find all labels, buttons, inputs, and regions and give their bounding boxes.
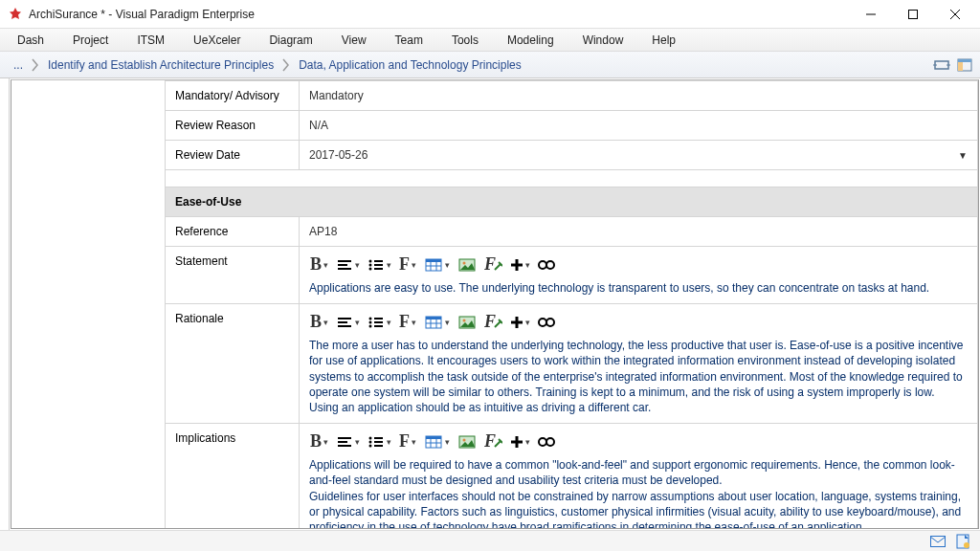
menu-team[interactable]: Team bbox=[384, 32, 434, 49]
row-review-date: Review Date 2017-05-26 ▼ bbox=[166, 141, 978, 170]
breadcrumb-item-2[interactable]: Data, Application and Technology Princip… bbox=[291, 55, 529, 76]
rte-align-button[interactable]: ▾ bbox=[335, 316, 361, 329]
rte-font-button[interactable]: F▾ bbox=[398, 254, 417, 275]
value-reference[interactable]: AP18 bbox=[300, 217, 978, 247]
implications-text-1[interactable]: Applications will be required to have a … bbox=[309, 457, 968, 488]
menu-modeling[interactable]: Modeling bbox=[496, 32, 566, 49]
rte-toolbar-statement: B▾ ▾ ▾ F▾ ▾ F ▾ bbox=[309, 254, 968, 275]
svg-point-55 bbox=[369, 436, 372, 439]
rte-insert-button[interactable]: ▾ bbox=[509, 258, 531, 272]
rte-align-button[interactable]: ▾ bbox=[335, 258, 361, 272]
svg-point-17 bbox=[369, 267, 372, 270]
rte-image-button[interactable] bbox=[457, 256, 478, 274]
svg-point-28 bbox=[539, 261, 546, 269]
section-header: Ease-of-Use bbox=[166, 187, 978, 217]
mail-icon[interactable] bbox=[930, 534, 946, 549]
note-icon[interactable] bbox=[955, 534, 970, 549]
rte-toolbar-rationale: B▾ ▾ ▾ F▾ ▾ F ▾ bbox=[309, 312, 968, 332]
svg-point-34 bbox=[369, 317, 372, 320]
rte-insert-button[interactable]: ▾ bbox=[509, 316, 531, 329]
statement-text[interactable]: Applications are easy to use. The underl… bbox=[309, 280, 968, 296]
rationale-text-2[interactable]: Using an application should be as intuit… bbox=[309, 400, 968, 415]
rte-font-button[interactable]: F▾ bbox=[398, 431, 417, 452]
svg-point-36 bbox=[369, 320, 372, 323]
row-mandatory: Mandatory/ Advisory Mandatory bbox=[166, 81, 978, 111]
rte-bold-button[interactable]: B▾ bbox=[309, 431, 329, 452]
rte-find-button[interactable] bbox=[537, 435, 556, 449]
menu-itsm[interactable]: ITSM bbox=[125, 32, 176, 49]
svg-point-50 bbox=[546, 319, 554, 326]
menu-help[interactable]: Help bbox=[640, 32, 687, 49]
svg-point-70 bbox=[539, 438, 546, 446]
dropdown-arrow-icon[interactable]: ▼ bbox=[958, 150, 968, 161]
minimize-button[interactable] bbox=[850, 0, 892, 29]
menu-tools[interactable]: Tools bbox=[440, 32, 490, 49]
svg-rect-73 bbox=[931, 536, 946, 546]
app-icon bbox=[8, 7, 23, 22]
toolbar-fit-icon[interactable] bbox=[932, 55, 951, 75]
close-button[interactable] bbox=[934, 0, 976, 29]
rte-image-button[interactable] bbox=[457, 433, 478, 451]
menu-window[interactable]: Window bbox=[571, 32, 635, 49]
rte-find-button[interactable] bbox=[537, 258, 556, 272]
row-implications: Implications B▾ ▾ ▾ F▾ ▾ F ▾ Application… bbox=[166, 424, 978, 529]
rte-font-button[interactable]: F▾ bbox=[398, 312, 417, 332]
rte-align-button[interactable]: ▾ bbox=[335, 435, 361, 449]
content-pane[interactable]: Mandatory/ Advisory Mandatory Review Rea… bbox=[11, 79, 979, 529]
menubar: Dash Project ITSM UeXceler Diagram View … bbox=[0, 29, 980, 52]
svg-point-13 bbox=[369, 259, 372, 262]
implications-text-2[interactable]: Guidelines for user interfaces should no… bbox=[309, 489, 968, 530]
svg-rect-4 bbox=[935, 61, 948, 69]
rte-clear-format-button[interactable]: F bbox=[483, 431, 503, 452]
value-rationale[interactable]: B▾ ▾ ▾ F▾ ▾ F ▾ The more a user has to u… bbox=[300, 304, 978, 424]
section-title: Ease-of-Use bbox=[166, 187, 978, 217]
row-review-reason: Review Reason N/A bbox=[166, 111, 978, 141]
rte-list-button[interactable]: ▾ bbox=[367, 316, 392, 329]
svg-point-15 bbox=[369, 263, 372, 266]
menu-project[interactable]: Project bbox=[61, 32, 120, 49]
svg-point-38 bbox=[369, 324, 372, 327]
value-review-reason[interactable]: N/A bbox=[300, 111, 978, 141]
svg-rect-41 bbox=[426, 317, 441, 320]
svg-point-29 bbox=[546, 261, 554, 269]
svg-rect-9 bbox=[958, 62, 963, 71]
menu-diagram[interactable]: Diagram bbox=[257, 32, 323, 49]
menu-view[interactable]: View bbox=[330, 32, 378, 49]
svg-point-25 bbox=[463, 261, 466, 264]
rte-image-button[interactable] bbox=[457, 314, 478, 331]
value-implications[interactable]: B▾ ▾ ▾ F▾ ▾ F ▾ Applications will be req… bbox=[300, 424, 978, 529]
rte-list-button[interactable]: ▾ bbox=[367, 435, 392, 449]
svg-point-46 bbox=[463, 319, 466, 321]
svg-point-57 bbox=[369, 440, 372, 443]
value-mandatory[interactable]: Mandatory bbox=[300, 81, 978, 111]
label-statement: Statement bbox=[166, 247, 300, 304]
menu-dash[interactable]: Dash bbox=[6, 32, 56, 49]
rte-toolbar-implications: B▾ ▾ ▾ F▾ ▾ F ▾ bbox=[309, 431, 968, 452]
label-rationale: Rationale bbox=[166, 304, 300, 424]
rte-list-button[interactable]: ▾ bbox=[367, 258, 392, 272]
maximize-button[interactable] bbox=[892, 0, 934, 29]
statusbar bbox=[0, 530, 980, 551]
rte-insert-button[interactable]: ▾ bbox=[509, 435, 531, 449]
window-title: ArchiSurance * - Visual Paradigm Enterpr… bbox=[29, 8, 850, 21]
svg-point-49 bbox=[539, 319, 546, 326]
rte-table-button[interactable]: ▾ bbox=[423, 433, 451, 451]
breadcrumb-ellipsis[interactable]: ... bbox=[6, 55, 31, 76]
value-review-date[interactable]: 2017-05-26 ▼ bbox=[300, 141, 978, 170]
menu-uexceler[interactable]: UeXceler bbox=[182, 32, 252, 49]
rte-bold-button[interactable]: B▾ bbox=[309, 312, 329, 332]
rte-table-button[interactable]: ▾ bbox=[423, 256, 451, 274]
rte-bold-button[interactable]: B▾ bbox=[309, 254, 329, 275]
rte-table-button[interactable]: ▾ bbox=[423, 314, 451, 331]
rte-find-button[interactable] bbox=[537, 316, 556, 329]
rte-clear-format-button[interactable]: F bbox=[483, 312, 503, 332]
rationale-text-1[interactable]: The more a user has to understand the un… bbox=[309, 338, 968, 400]
form-table: Mandatory/ Advisory Mandatory Review Rea… bbox=[165, 80, 978, 529]
value-statement[interactable]: B▾ ▾ ▾ F▾ ▾ F ▾ Applications are easy to… bbox=[300, 247, 978, 304]
breadcrumb-item-1[interactable]: Identify and Establish Architecture Prin… bbox=[40, 55, 281, 76]
breadcrumb-bar: ... Identify and Establish Architecture … bbox=[0, 52, 980, 78]
row-reference: Reference AP18 bbox=[166, 217, 978, 247]
row-rationale: Rationale B▾ ▾ ▾ F▾ ▾ F ▾ The more a use… bbox=[166, 304, 978, 424]
toolbar-panel-icon[interactable] bbox=[955, 55, 974, 75]
rte-clear-format-button[interactable]: F bbox=[483, 254, 503, 275]
